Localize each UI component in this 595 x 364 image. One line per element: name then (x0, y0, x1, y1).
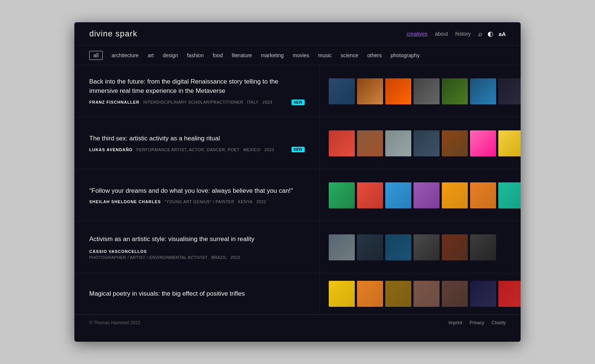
thumbnail[interactable] (385, 182, 411, 208)
search-icon[interactable]: ⌕ (478, 30, 482, 38)
article-meta: SHEILAH SHELDONE CHARLES "YOUNG ART GENI… (89, 199, 305, 204)
thumbnail[interactable] (385, 78, 411, 104)
article-meta: FRANZ FISCHNALLER INTERDISCIPLINARY SCHO… (89, 100, 305, 105)
thumbnail[interactable] (442, 234, 468, 260)
thumbnail[interactable] (442, 130, 468, 156)
cat-literature[interactable]: literature (232, 52, 252, 59)
cat-photography[interactable]: photography (390, 52, 419, 59)
footer-imprint[interactable]: Imprint (448, 320, 462, 325)
thumbnail[interactable] (385, 130, 411, 156)
thumbnail[interactable] (357, 182, 383, 208)
footer-charity[interactable]: Charity (492, 320, 506, 325)
author-name: CÁSSIO VASCONCELLOS (89, 249, 305, 254)
article-role: PERFORMANCE ARTIST, ACTOR, DANCER, POET (136, 147, 240, 152)
thumbnail[interactable] (329, 234, 355, 260)
cat-all[interactable]: all (89, 51, 103, 60)
article-title[interactable]: The third sex: artistic activity as a he… (89, 134, 305, 143)
thumbnail[interactable] (498, 78, 521, 104)
table-row: "Follow your dreams and do what you love… (74, 169, 521, 221)
header: divine spark creatives about history ⌕ ◐… (74, 22, 521, 46)
thumbnail[interactable] (498, 130, 521, 156)
thumbnail[interactable] (442, 281, 468, 307)
cat-design[interactable]: design (163, 52, 178, 59)
article-meta: LUKAS AVENDAÑO PERFORMANCE ARTIST, ACTOR… (89, 147, 305, 152)
article-left: The third sex: artistic activity as a he… (74, 117, 320, 169)
article-thumbnails (320, 273, 521, 314)
article-role: "YOUNG ART GENIUS" / PAINTER (165, 199, 234, 204)
footer: © Thomas Hammerl 2022 Imprint Privacy Ch… (74, 315, 521, 331)
logo-k: k (133, 29, 137, 38)
article-title[interactable]: Back into the future: from the digital R… (89, 77, 305, 95)
article-left: Back into the future: from the digital R… (74, 65, 320, 117)
site-logo[interactable]: divine spark (89, 29, 137, 39)
cat-movies[interactable]: movies (293, 52, 309, 59)
author-name: SHEILAH SHELDONE CHARLES (89, 199, 161, 204)
article-year: 2022 (256, 199, 266, 204)
nav-about[interactable]: about (435, 31, 448, 37)
thumbnail[interactable] (357, 130, 383, 156)
article-thumbnails (320, 117, 521, 169)
table-row: The third sex: artistic activity as a he… (74, 117, 521, 169)
thumbnail[interactable] (414, 182, 440, 208)
article-title[interactable]: Magical poetry in visuals: the big effec… (89, 289, 305, 299)
article-thumbnails (320, 65, 521, 117)
thumbnail[interactable] (414, 234, 440, 260)
header-icons: ⌕ ◐ aA (478, 30, 506, 38)
article-year: 2022 (231, 255, 240, 260)
article-country: KENYA (238, 199, 253, 204)
cat-music[interactable]: music (318, 52, 332, 59)
cat-art[interactable]: art (148, 52, 154, 59)
article-left: Magical poetry in visuals: the big effec… (74, 273, 320, 314)
article-left: Activism as an artistic style: visualisi… (74, 221, 320, 273)
new-badge: NEW (292, 147, 305, 152)
thumbnail[interactable] (498, 281, 521, 307)
article-role: PHOTOGRAPHER / ARTIST / ENVIRONMENTAL AC… (89, 255, 208, 260)
nav-history[interactable]: history (456, 31, 471, 37)
cat-others[interactable]: others (367, 52, 382, 59)
thumbnail[interactable] (498, 182, 521, 208)
article-title[interactable]: Activism as an artistic style: visualisi… (89, 235, 305, 244)
cat-fashion[interactable]: fashion (187, 52, 204, 59)
article-country: MEXICO (243, 147, 260, 152)
thumbnail[interactable] (470, 281, 496, 307)
thumbnail[interactable] (357, 78, 383, 104)
articles-list: Back into the future: from the digital R… (74, 65, 521, 315)
contrast-icon[interactable]: ◐ (488, 30, 493, 38)
thumbnail[interactable] (414, 281, 440, 307)
author-name: LUKAS AVENDAÑO (89, 147, 133, 152)
thumbnail[interactable] (470, 234, 496, 260)
cat-architecture[interactable]: architecture (112, 52, 139, 59)
thumbnail[interactable] (329, 281, 355, 307)
footer-links: Imprint Privacy Charity (448, 320, 506, 325)
thumbnail[interactable] (442, 182, 468, 208)
article-title[interactable]: "Follow your dreams and do what you love… (89, 186, 305, 196)
thumbnail[interactable] (357, 234, 383, 260)
footer-privacy[interactable]: Privacy (470, 320, 484, 325)
nav-creatives[interactable]: creatives (407, 31, 428, 37)
thumbnail[interactable] (470, 182, 496, 208)
thumbnail[interactable] (329, 130, 355, 156)
cat-marketing[interactable]: marketing (261, 52, 284, 59)
article-country: ITALY (247, 100, 258, 104)
article-year: 2023 (263, 100, 272, 104)
thumbnail[interactable] (357, 281, 383, 307)
article-left: "Follow your dreams and do what you love… (74, 169, 320, 221)
thumbnail[interactable] (414, 78, 440, 104)
cat-science[interactable]: science (341, 52, 358, 59)
article-role: INTERDISCIPLINARY SCHOLAR/PRACTITIONER (143, 100, 243, 104)
thumbnail[interactable] (329, 78, 355, 104)
thumbnail[interactable] (442, 78, 468, 104)
thumbnail[interactable] (385, 234, 411, 260)
thumbnail[interactable] (414, 130, 440, 156)
font-size-icon[interactable]: aA (499, 31, 506, 37)
table-row: Magical poetry in visuals: the big effec… (74, 273, 521, 315)
article-thumbnails (320, 169, 521, 221)
thumbnail[interactable] (470, 130, 496, 156)
article-thumbnails (320, 221, 521, 273)
thumbnail[interactable] (329, 182, 355, 208)
thumbnail[interactable] (385, 281, 411, 307)
header-nav: creatives about history ⌕ ◐ aA (407, 30, 506, 38)
thumbnail[interactable] (470, 78, 496, 104)
cat-food[interactable]: food (213, 52, 223, 59)
article-country: BRAZIL (211, 255, 227, 260)
